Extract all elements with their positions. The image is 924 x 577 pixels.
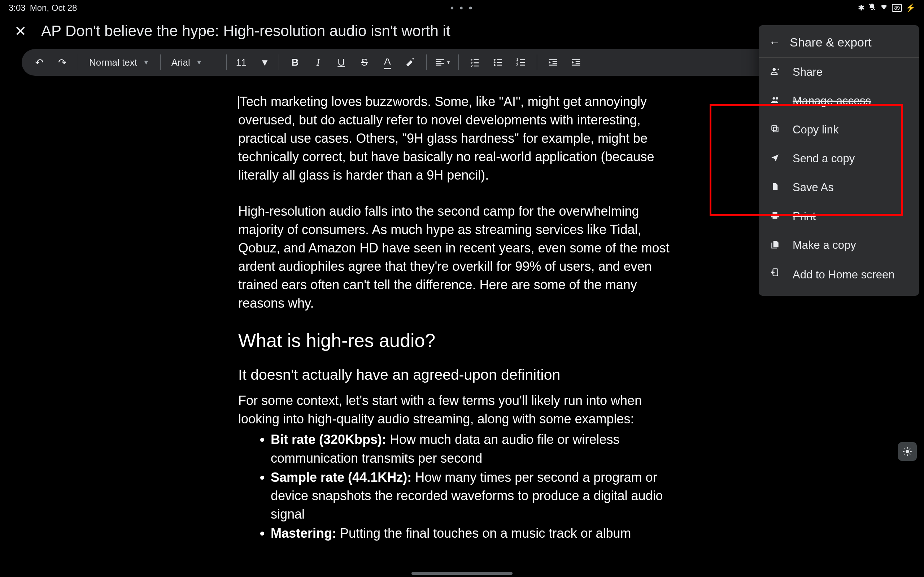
svg-point-3 bbox=[494, 64, 496, 66]
indent-button[interactable] bbox=[566, 52, 586, 73]
redo-button[interactable]: ↷ bbox=[52, 52, 72, 73]
person-add-icon bbox=[769, 66, 780, 78]
checklist-button[interactable] bbox=[465, 52, 485, 73]
svg-text:3: 3 bbox=[517, 63, 519, 67]
chevron-down-icon: ▼ bbox=[143, 59, 149, 66]
align-button[interactable]: ▼ bbox=[432, 52, 452, 73]
share-export-panel: ← Share & export Share Manage access Cop… bbox=[759, 25, 919, 296]
send-icon bbox=[769, 153, 780, 165]
list-item[interactable]: Bit rate (320Kbps): How much data an aud… bbox=[271, 430, 686, 467]
people-icon bbox=[769, 95, 780, 107]
close-button[interactable]: ✕ bbox=[15, 23, 27, 39]
svg-point-2 bbox=[494, 62, 496, 63]
chevron-down-icon: ▼ bbox=[196, 59, 202, 66]
bluetooth-icon: ✱ bbox=[858, 3, 864, 13]
battery-icon: 89 bbox=[892, 4, 902, 12]
save-as-item[interactable]: Save As bbox=[759, 173, 919, 202]
print-item[interactable]: Print bbox=[759, 202, 919, 231]
send-copy-item[interactable]: Send a copy bbox=[759, 144, 919, 173]
separator bbox=[537, 55, 537, 70]
bulleted-list[interactable]: Bit rate (320Kbps): How much data an aud… bbox=[238, 430, 686, 542]
strikethrough-button[interactable]: S bbox=[354, 52, 374, 73]
highlight-color-button[interactable] bbox=[400, 52, 420, 73]
document-title[interactable]: AP Don't believe the hype: High-resoluti… bbox=[41, 23, 451, 40]
heading-3[interactable]: It doesn't actually have an agreed-upon … bbox=[238, 366, 686, 384]
status-bar: 3:03 Mon, Oct 28 • • • ✱ 89 ⚡ bbox=[0, 0, 924, 16]
dnd-icon bbox=[868, 3, 876, 13]
list-item[interactable]: Mastering: Putting the final touches on … bbox=[271, 524, 686, 542]
paragraph[interactable]: For some context, let's start with a few… bbox=[238, 391, 686, 428]
svg-point-9 bbox=[773, 97, 775, 100]
share-item[interactable]: Share bbox=[759, 58, 919, 87]
underline-button[interactable]: U bbox=[331, 52, 351, 73]
separator bbox=[160, 55, 161, 70]
svg-point-7 bbox=[906, 450, 909, 453]
font-family-select[interactable]: Arial▼ bbox=[166, 57, 221, 68]
file-icon bbox=[769, 182, 780, 193]
svg-rect-12 bbox=[772, 126, 776, 130]
make-copy-item[interactable]: Make a copy bbox=[759, 231, 919, 259]
brightness-button[interactable] bbox=[898, 442, 917, 461]
text-color-button[interactable]: A bbox=[377, 52, 397, 73]
bulleted-list-button[interactable] bbox=[488, 52, 508, 73]
wifi-icon bbox=[880, 3, 888, 13]
status-notification-dots[interactable]: • • • bbox=[451, 2, 474, 14]
manage-access-item[interactable]: Manage access bbox=[759, 87, 919, 115]
copy-icon bbox=[769, 124, 780, 136]
paragraph[interactable]: Tech marketing loves buzzwords. Some, li… bbox=[238, 92, 686, 185]
duplicate-icon bbox=[769, 239, 780, 251]
separator bbox=[78, 55, 78, 70]
svg-rect-11 bbox=[774, 127, 778, 132]
status-date: Mon, Oct 28 bbox=[30, 3, 77, 13]
add-home-item[interactable]: Add to Home screen bbox=[759, 259, 919, 290]
italic-button[interactable]: I bbox=[308, 52, 328, 73]
status-time: 3:03 bbox=[9, 3, 26, 13]
numbered-list-button[interactable]: 123 bbox=[511, 52, 531, 73]
chevron-down-icon: ▼ bbox=[260, 57, 270, 68]
back-button[interactable]: ← bbox=[769, 36, 780, 49]
paragraph[interactable]: High-resolution audio falls into the sec… bbox=[238, 202, 686, 313]
paragraph-style-select[interactable]: Normal text▼ bbox=[84, 57, 155, 68]
outdent-button[interactable] bbox=[543, 52, 563, 73]
print-icon bbox=[769, 211, 780, 222]
undo-button[interactable]: ↶ bbox=[29, 52, 49, 73]
copy-link-item[interactable]: Copy link bbox=[759, 115, 919, 144]
svg-point-10 bbox=[775, 97, 778, 100]
font-size-select[interactable]: 11▼ bbox=[233, 57, 273, 68]
bold-button[interactable]: B bbox=[285, 52, 305, 73]
charging-icon: ⚡ bbox=[906, 3, 915, 13]
list-item[interactable]: Sample rate (44.1KHz): How many times pe… bbox=[271, 468, 686, 523]
panel-title: Share & export bbox=[790, 35, 872, 49]
heading-2[interactable]: What is high-res audio? bbox=[238, 330, 686, 351]
nav-bar-pill[interactable] bbox=[412, 572, 512, 575]
svg-point-8 bbox=[773, 68, 776, 71]
separator bbox=[279, 55, 279, 70]
separator bbox=[426, 55, 426, 70]
add-to-home-icon bbox=[769, 268, 780, 279]
separator bbox=[226, 55, 227, 70]
svg-point-1 bbox=[494, 59, 496, 61]
